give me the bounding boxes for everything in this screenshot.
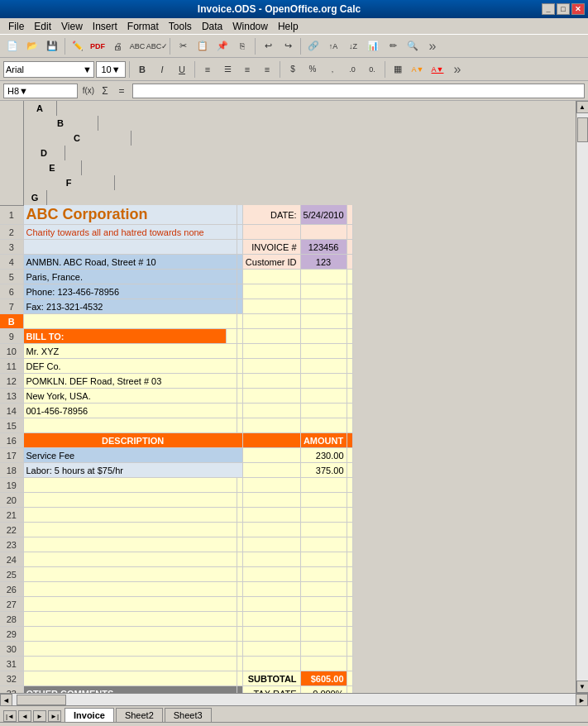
spellcheck2[interactable]: ABC✓ [148,37,166,55]
clone-button[interactable]: ⎘ [233,37,251,55]
undo-button[interactable]: ↩ [259,37,277,55]
cell-8f[interactable] [300,314,347,329]
dec-inc-btn[interactable]: .0 [343,60,361,79]
cell-inv-val[interactable]: 123456 [300,240,347,255]
new-button[interactable]: 📄 [3,37,22,55]
cell-17e[interactable] [242,448,300,463]
cell-6f[interactable] [300,284,347,299]
chart-button[interactable]: 📊 [364,37,382,55]
cell-2e[interactable] [242,225,300,240]
scroll-right-button[interactable]: ► [576,694,588,706]
cell-8e[interactable] [242,314,300,329]
col-header-f[interactable]: F [24,175,115,190]
tab-sheet3[interactable]: Sheet3 [165,708,212,722]
print-preview[interactable]: 🖨 [108,37,127,55]
cell-15abc[interactable] [23,418,237,433]
cell-3g[interactable] [347,240,352,255]
cell-date-label[interactable]: DATE: [242,205,300,225]
cell-reference-box[interactable]: H8 ▼ [3,84,78,98]
cell-3d[interactable] [237,240,242,255]
col-header-e[interactable]: E [24,160,82,175]
cell-10d[interactable] [237,344,242,359]
cell-labor[interactable]: Labor: 5 hours at $75/hr [23,463,242,478]
draw-button[interactable]: ✏ [384,37,402,55]
fx-icon[interactable]: f(x) [81,84,96,98]
cell-5f[interactable] [300,270,347,284]
cell-5d[interactable] [237,270,242,284]
menu-format[interactable]: Format [122,19,164,34]
cell-8d[interactable] [237,314,242,329]
cell-10g[interactable] [347,344,352,359]
tab-last-button[interactable]: ►| [48,710,61,722]
font-dropdown-icon[interactable]: ▼ [83,64,92,74]
cell-18g[interactable] [347,463,352,478]
formula-input[interactable] [132,84,585,98]
font-color-btn[interactable]: A▼ [428,60,447,79]
cell-4g[interactable] [347,255,352,270]
align-left[interactable]: ≡ [198,60,217,79]
cell-16g[interactable] [347,433,352,448]
cell-14f[interactable] [300,404,347,418]
col-header-c[interactable]: C [24,131,131,146]
cell-10f[interactable] [300,344,347,359]
cell-14d[interactable] [237,404,242,418]
more-button[interactable]: » [423,37,442,55]
cell-15d[interactable] [237,418,242,433]
italic-button[interactable]: I [153,60,171,79]
col-header-b[interactable]: B [24,116,98,131]
cell-cust-val[interactable]: 123 [300,255,347,270]
menu-view[interactable]: View [56,19,88,34]
currency-btn[interactable]: $ [284,60,302,79]
cell-9g[interactable] [347,329,352,344]
redo-button[interactable]: ↪ [279,37,297,55]
bold-button[interactable]: B [133,60,151,79]
cell-labor-amount[interactable]: 375.00 [300,463,347,478]
cell-12f[interactable] [300,374,347,389]
cell-13g[interactable] [347,389,352,404]
scroll-thumb[interactable] [577,117,588,142]
tab-first-button[interactable]: |◄ [3,710,17,722]
cell-9d[interactable] [237,329,242,344]
cell-5g[interactable] [347,270,352,284]
font-size-selector[interactable]: 10 ▼ [96,61,126,78]
cell-1d[interactable] [237,205,242,225]
bg-color-btn[interactable]: A▼ [409,60,427,79]
cell-33d[interactable] [237,686,242,694]
h-scroll-thumb[interactable] [17,695,66,705]
open-button[interactable]: 📂 [23,37,41,55]
cell-9f[interactable] [300,329,347,344]
col-header-g[interactable]: G [24,190,47,205]
cell-6e[interactable] [242,284,300,299]
cell-service-fee[interactable]: Service Fee [23,448,242,463]
cell-comments-header[interactable]: OTHER COMMENTS [23,686,237,694]
cell-9e[interactable] [242,329,300,344]
cell-subtotal-label[interactable]: SUBTOTAL [242,671,300,686]
cell-tagline[interactable]: Charity towards all and hatred towards n… [23,225,237,240]
cell-ref-dropdown[interactable]: ▼ [19,86,28,96]
col-header-a[interactable]: A [24,101,57,116]
thousands-btn[interactable]: , [323,60,342,79]
font-selector[interactable]: Arial ▼ [3,61,94,78]
cell-13f[interactable] [300,389,347,404]
cell-12g[interactable] [347,374,352,389]
paste-button[interactable]: 📌 [213,37,232,55]
cell-def-co[interactable]: DEF Co. [23,359,237,374]
cell-cust-label[interactable]: Customer ID [242,255,300,270]
menu-insert[interactable]: Insert [88,19,122,34]
horizontal-scrollbar[interactable]: ◄ ► [0,693,588,705]
cell-12e[interactable] [242,374,300,389]
cell-15f[interactable] [300,418,347,433]
cell-7g[interactable] [347,299,352,314]
cell-2g[interactable] [347,225,352,240]
cell-13e[interactable] [242,389,300,404]
cell-15e[interactable] [242,418,300,433]
cell-7f[interactable] [300,299,347,314]
menu-file[interactable]: File [3,19,29,34]
cell-10e[interactable] [242,344,300,359]
percent-btn[interactable]: % [304,60,322,79]
spreadsheet-scroll-area[interactable]: A B C D E F G 1 ABC Corporation [0,101,576,693]
cell-11e[interactable] [242,359,300,374]
menu-data[interactable]: Data [197,19,227,34]
cell-addr2[interactable]: Paris, France. [23,270,237,284]
equals-icon[interactable]: = [114,84,129,98]
